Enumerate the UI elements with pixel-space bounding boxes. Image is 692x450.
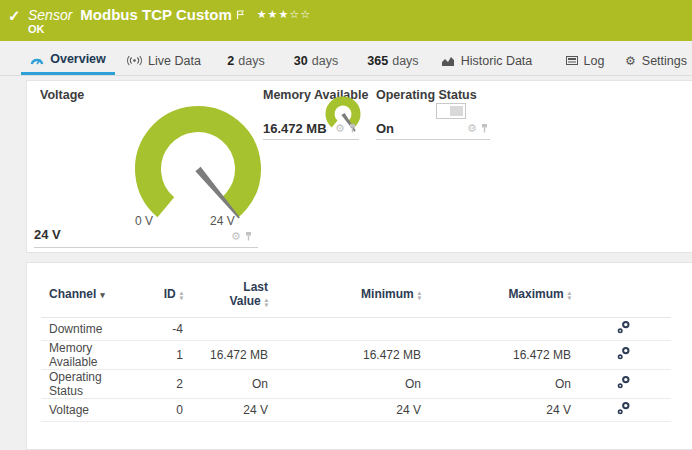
sensor-title: Modbus TCP Custom <box>80 6 231 23</box>
column-header-channel[interactable]: Channel▾ <box>41 271 135 317</box>
channel-gear-icon[interactable]: ⚙ <box>231 231 241 242</box>
gauge-icon <box>30 54 44 65</box>
tab-overview[interactable]: Overview <box>21 46 115 75</box>
channel-last-value: On <box>183 369 268 398</box>
channel-settings-icon[interactable] <box>617 320 631 334</box>
channel-maximum: On <box>421 369 571 398</box>
table-row: Voltage 0 24 V 24 V 24 V <box>41 398 671 421</box>
channel-name[interactable]: Voltage <box>41 398 135 421</box>
sort-icon: ▴▾ <box>265 297 268 307</box>
channel-last-value <box>183 317 268 340</box>
pin-icon[interactable] <box>348 123 357 134</box>
tab-365-days[interactable]: 365days <box>364 46 422 75</box>
voltage-gauge <box>113 93 283 231</box>
channel-id: 2 <box>135 369 183 398</box>
table-row: Operating Status 2 On On On <box>41 369 671 398</box>
sort-desc-icon: ▾ <box>100 290 105 300</box>
channel-maximum: 24 V <box>421 398 571 421</box>
channels-table: Channel▾ ID▴▾ Last Value▴▾ Minimum▴▾ Max… <box>41 271 671 422</box>
sort-icon: ▴▾ <box>568 290 571 300</box>
channel-settings-icon[interactable] <box>617 346 631 360</box>
channel-maximum <box>421 317 571 340</box>
priority-stars[interactable]: ★★★☆☆ <box>257 8 311 21</box>
log-icon <box>566 56 578 65</box>
channel-settings-icon[interactable] <box>617 375 631 389</box>
status-badge: OK <box>28 23 45 35</box>
voltage-scale-min: 0 V <box>135 214 153 228</box>
voltage-gauge-title: Voltage <box>40 88 84 102</box>
operating-status-title: Operating Status <box>376 88 477 102</box>
channel-last-value: 24 V <box>183 398 268 421</box>
tab-30-days[interactable]: 30days <box>290 46 342 75</box>
tab-settings[interactable]: ⚙ Settings <box>626 46 686 75</box>
operating-status-value: On <box>376 121 394 136</box>
pin-icon[interactable] <box>480 123 489 134</box>
memory-value: 16.472 MB <box>263 121 327 136</box>
tab-log[interactable]: Log <box>565 46 605 75</box>
channel-id: 0 <box>135 398 183 421</box>
channel-minimum: 16.472 MB <box>268 340 421 369</box>
channels-panel: Channel▾ ID▴▾ Last Value▴▾ Minimum▴▾ Max… <box>26 262 692 450</box>
object-type-label: Sensor <box>28 7 72 23</box>
broadcast-icon <box>127 55 142 66</box>
voltage-value: 24 V <box>34 227 61 242</box>
column-header-id[interactable]: ID▴▾ <box>135 271 183 317</box>
table-row: Downtime -4 <box>41 317 671 340</box>
channel-minimum: 24 V <box>268 398 421 421</box>
tab-2-days[interactable]: 2days <box>222 46 270 75</box>
pin-icon[interactable] <box>244 231 253 242</box>
channel-name[interactable]: Operating Status <box>41 369 135 398</box>
channel-minimum <box>268 317 421 340</box>
channel-last-value: 16.472 MB <box>183 340 268 369</box>
operating-status-switch-icon <box>436 103 466 119</box>
gauges-panel: Voltage 0 V 24 V 24 V ⚙ Memory Available… <box>26 80 692 253</box>
column-header-minimum[interactable]: Minimum▴▾ <box>268 271 421 317</box>
channel-gear-icon[interactable]: ⚙ <box>467 123 477 134</box>
channel-id: -4 <box>135 317 183 340</box>
sort-icon: ▴▾ <box>418 290 421 300</box>
operating-status-actions: ⚙ <box>467 123 489 134</box>
channel-name[interactable]: Downtime <box>41 317 135 340</box>
channel-settings-icon[interactable] <box>617 401 631 415</box>
memory-gauge-actions: ⚙ <box>335 123 357 134</box>
voltage-scale-max: 24 V <box>210 214 235 228</box>
channel-name[interactable]: Memory Available <box>41 340 135 369</box>
table-row: Memory Available 1 16.472 MB 16.472 MB 1… <box>41 340 671 369</box>
tab-live-data[interactable]: Live Data <box>133 46 195 75</box>
gear-icon: ⚙ <box>625 55 636 67</box>
channel-id: 1 <box>135 340 183 369</box>
channel-gear-icon[interactable]: ⚙ <box>335 123 345 134</box>
column-header-maximum[interactable]: Maximum▴▾ <box>421 271 571 317</box>
channel-minimum: On <box>268 369 421 398</box>
sort-icon: ▴▾ <box>180 290 183 300</box>
voltage-gauge-actions: ⚙ <box>231 231 253 242</box>
sensor-overview-page: ✓ Sensor Modbus TCP Custom ★★★☆☆ OK Ove <box>0 0 692 450</box>
bar-chart-icon <box>442 56 455 66</box>
ok-check-icon: ✓ <box>8 7 21 25</box>
sensor-status-header: ✓ Sensor Modbus TCP Custom ★★★☆☆ OK <box>0 0 692 41</box>
tab-bar: Overview Live Data 2days 30days 365days <box>0 46 692 76</box>
tab-historic-data[interactable]: Historic Data <box>446 46 528 75</box>
channel-maximum: 16.472 MB <box>421 340 571 369</box>
column-header-last-value[interactable]: Last Value▴▾ <box>183 271 268 317</box>
flag-icon[interactable] <box>236 6 245 24</box>
